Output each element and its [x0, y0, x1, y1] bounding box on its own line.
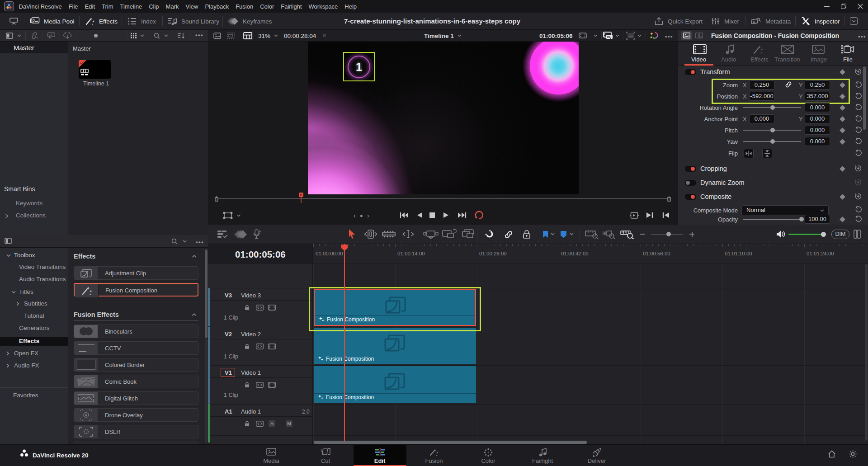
svg-text:HQ: HQ: [607, 35, 612, 39]
